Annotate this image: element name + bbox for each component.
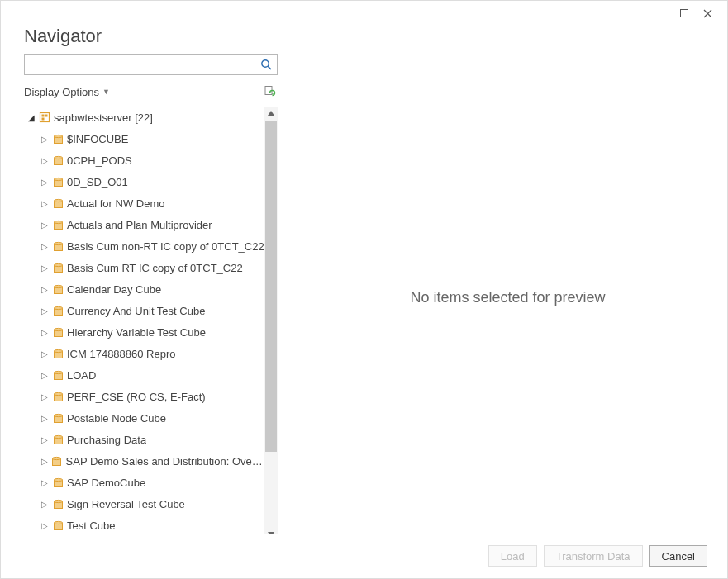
tree-item-label: Test Cube [67, 520, 116, 532]
tree-server-label: sapbwtestserver [22] [54, 112, 153, 124]
refresh-button[interactable] [261, 83, 278, 100]
tree-scrollbar[interactable] [264, 107, 278, 541]
expander-closed-icon[interactable]: ▷ [40, 285, 49, 294]
object-tree[interactable]: ◢ sapbwtestserver [22] ▷$INFOCUBE▷0CPH_P… [24, 107, 264, 541]
svg-point-12 [54, 135, 62, 137]
transform-data-button[interactable]: Transform Data [544, 545, 643, 567]
expander-closed-icon[interactable]: ▷ [40, 392, 49, 401]
tree-item[interactable]: ▷0D_SD_O01 [24, 171, 264, 192]
tree-item[interactable]: ▷0CPH_PODS [24, 149, 264, 171]
tree-item[interactable]: ▷Postable Node Cube [24, 407, 264, 429]
svg-point-28 [54, 306, 62, 309]
expander-closed-icon[interactable]: ▷ [40, 371, 49, 380]
tree-item-label: 0D_SD_O01 [67, 176, 128, 188]
tree-item-label: Actuals and Plan Multiprovider [67, 219, 212, 231]
dialog-footer: Load Transform Data Cancel [1, 534, 727, 578]
tree-item[interactable]: ▷$INFOCUBE [24, 128, 264, 149]
search-icon[interactable] [255, 55, 277, 74]
tree-item-label: Sign Reversal Test Cube [67, 498, 185, 510]
tree-item-label: SAP DemoCube [67, 477, 145, 489]
cube-icon [52, 305, 64, 316]
tree-item[interactable]: ▷Currency And Unit Test Cube [24, 300, 264, 321]
tree-item-label: Hierarchy Variable Test Cube [67, 326, 206, 339]
expander-closed-icon[interactable]: ▷ [40, 156, 49, 165]
tree-item[interactable]: ▷Calendar Day Cube [24, 278, 264, 300]
server-icon [39, 112, 50, 123]
tree-item-label: ICM 174888860 Repro [67, 348, 176, 360]
tree-item-label: Currency And Unit Test Cube [67, 305, 205, 317]
svg-point-20 [54, 221, 62, 223]
svg-point-42 [53, 457, 61, 459]
expander-closed-icon[interactable]: ▷ [40, 349, 49, 358]
expander-closed-icon[interactable]: ▷ [40, 521, 49, 530]
tree-item-label: PERF_CSE (RO CS, E-Fact) [67, 391, 206, 403]
display-options-dropdown[interactable]: Display Options ▼ [24, 86, 110, 98]
tree-item[interactable]: ▷LOAD [24, 364, 264, 386]
svg-point-46 [54, 500, 62, 502]
svg-point-48 [54, 521, 62, 524]
cube-icon [52, 133, 64, 145]
cube-icon [52, 391, 64, 402]
cube-icon [52, 326, 64, 338]
tree-item[interactable]: ▷Purchasing Data [24, 429, 264, 450]
svg-line-4 [268, 66, 271, 69]
tree-item-label: Actual for NW Demo [67, 197, 164, 210]
scroll-up-icon[interactable] [264, 107, 278, 120]
cube-icon [52, 262, 64, 273]
tree-item[interactable]: ▷PERF_CSE (RO CS, E-Fact) [24, 386, 264, 407]
search-input[interactable] [25, 55, 255, 74]
cube-icon [52, 240, 64, 252]
expander-closed-icon[interactable]: ▷ [40, 135, 49, 144]
preview-empty-message: No items selected for preview [410, 289, 605, 306]
expander-closed-icon[interactable]: ▷ [40, 178, 49, 187]
expander-closed-icon[interactable]: ▷ [40, 221, 49, 230]
svg-point-22 [54, 242, 62, 244]
expander-closed-icon[interactable]: ▷ [40, 500, 49, 509]
maximize-button[interactable] [673, 3, 696, 23]
scroll-thumb[interactable] [265, 121, 277, 452]
navigator-pane: Display Options ▼ ◢ [24, 54, 288, 541]
tree-item[interactable]: ▷Basis Cum RT IC copy of 0TCT_C22 [24, 257, 264, 278]
expander-closed-icon[interactable]: ▷ [40, 306, 49, 316]
expander-closed-icon[interactable]: ▷ [40, 457, 48, 466]
expander-closed-icon[interactable]: ▷ [40, 435, 49, 444]
cube-icon [52, 498, 64, 510]
display-options-label: Display Options [24, 86, 99, 98]
cube-icon [52, 154, 64, 166]
svg-point-14 [54, 156, 62, 159]
expander-closed-icon[interactable]: ▷ [40, 199, 49, 208]
expander-closed-icon[interactable]: ▷ [40, 414, 49, 423]
tree-item[interactable]: ▷SAP DemoCube [24, 472, 264, 493]
search-box[interactable] [24, 54, 278, 75]
tree-item[interactable]: ▷SAP Demo Sales and Distribution: Overvi… [24, 450, 264, 472]
svg-point-18 [54, 199, 62, 202]
expander-closed-icon[interactable]: ▷ [40, 328, 49, 337]
cube-icon [52, 219, 64, 230]
tree-item[interactable]: ▷Basis Cum non-RT IC copy of 0TCT_C22 [24, 235, 264, 257]
tree-item[interactable]: ▷Actuals and Plan Multiprovider [24, 214, 264, 235]
cancel-button[interactable]: Cancel [649, 545, 707, 567]
load-button[interactable]: Load [488, 545, 537, 567]
tree-server-node[interactable]: ◢ sapbwtestserver [22] [24, 107, 264, 128]
tree-item[interactable]: ▷Actual for NW Demo [24, 192, 264, 214]
cube-icon [52, 176, 64, 187]
cube-icon [51, 455, 62, 467]
expander-closed-icon[interactable]: ▷ [40, 242, 49, 251]
tree-item-label: $INFOCUBE [67, 133, 128, 145]
expander-closed-icon[interactable]: ▷ [40, 263, 49, 273]
expander-closed-icon[interactable]: ▷ [40, 478, 49, 487]
svg-point-38 [54, 414, 62, 416]
expander-open-icon[interactable]: ◢ [27, 113, 36, 122]
tree-item[interactable]: ▷ICM 174888860 Repro [24, 343, 264, 364]
svg-point-26 [54, 285, 62, 287]
tree-item[interactable]: ▷Hierarchy Variable Test Cube [24, 321, 264, 343]
tree-item[interactable]: ▷Sign Reversal Test Cube [24, 493, 264, 515]
tree-item-label: Basis Cum non-RT IC copy of 0TCT_C22 [67, 240, 264, 253]
svg-point-40 [54, 435, 62, 438]
close-button[interactable] [696, 3, 719, 23]
tree-item-label: SAP Demo Sales and Distribution: Overvie… [66, 455, 264, 467]
svg-point-34 [54, 371, 62, 373]
svg-point-24 [54, 263, 62, 266]
chevron-down-icon: ▼ [102, 88, 110, 96]
preview-pane: No items selected for preview [288, 54, 727, 541]
